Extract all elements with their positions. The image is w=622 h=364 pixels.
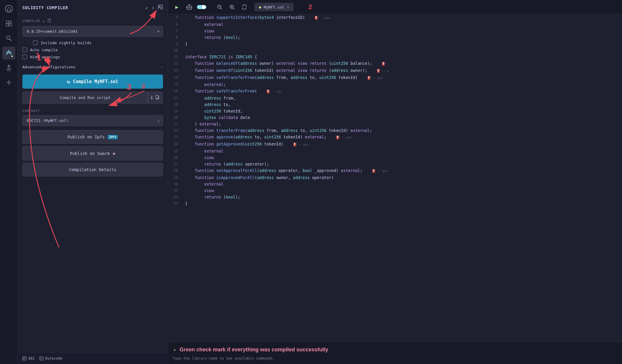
compilation-details-button[interactable]: Compilation Details	[22, 163, 163, 176]
robot-icon[interactable]	[185, 2, 194, 12]
code-editor[interactable]: 5 function supportsInterface(bytes4 inte…	[168, 14, 622, 342]
nightly-builds-label: Include nightly builds	[41, 41, 91, 45]
svg-text:01: 01	[40, 358, 42, 360]
compilation-details-label: Compilation Details	[69, 167, 116, 172]
code-line-19: 19 uint256 tokenId,	[168, 108, 622, 114]
svg-rect-2	[9, 21, 11, 23]
sidebar-footer: ABI 01 Bytecode	[18, 353, 168, 364]
sidebar-item-search[interactable]	[2, 32, 15, 45]
abi-button[interactable]: ABI	[22, 356, 35, 360]
advanced-config-chevron-icon: ›	[161, 64, 163, 69]
compiler-version-wrapper: 0.8.25+commit.b61c2a91 ▼	[22, 26, 163, 37]
code-line-22: 22 function transferFrom(address from, a…	[168, 127, 622, 134]
code-line-27: 27 returns (address operator);	[168, 161, 622, 167]
code-line-13: 13 function ownerOf(uint256 tokenId) ext…	[168, 67, 622, 74]
file-compiler-icon[interactable]	[47, 19, 52, 24]
code-line-12: 12 function balanceOf(address owner) ext…	[168, 60, 622, 67]
sidebar-item-files[interactable]	[2, 17, 15, 30]
hide-warnings-label: Hide warnings	[30, 55, 60, 59]
code-line-14: 14 function safeTransferFrom(address fro…	[168, 74, 622, 81]
code-line-9: 9 }	[168, 41, 622, 47]
chevron-down-icon: ›	[173, 346, 177, 353]
sidebar-item-compiler[interactable]	[2, 47, 15, 59]
close-tab-icon[interactable]: ✕	[287, 5, 289, 9]
tab-label: MyNFT.sol	[264, 5, 284, 9]
auto-compile-row: Auto compile	[22, 47, 163, 52]
add-compiler-icon[interactable]: +	[42, 19, 45, 24]
file-tab-mynft[interactable]: ◆ MyNFT.sol ✕	[254, 3, 294, 11]
publish-swarm-label: Publish on Swarm	[70, 151, 110, 156]
copy-script-icon[interactable]	[155, 95, 160, 101]
check-icon[interactable]: ✓	[145, 5, 148, 11]
svg-rect-12	[156, 95, 158, 98]
code-line-15: 15 external;	[168, 81, 622, 88]
code-line-20: 20 bytes calldata data	[168, 114, 622, 121]
code-line-31: 31 view	[168, 187, 622, 194]
code-line-11: 11 interface IERC721 is IERC165 {	[168, 54, 622, 60]
svg-point-23	[202, 5, 205, 9]
play-button[interactable]: ▶	[172, 2, 182, 12]
publish-swarm-button[interactable]: Publish on Swarm ❋	[22, 146, 163, 161]
forward-icon[interactable]: ›	[151, 4, 155, 11]
code-line-26: 26 view	[168, 154, 622, 161]
toggle-icon[interactable]	[197, 2, 206, 12]
svg-point-7	[8, 82, 10, 83]
top-toolbar: ▶	[168, 0, 622, 14]
sidebar-title: SOLIDITY COMPILER	[22, 5, 68, 10]
main-content: ▶	[168, 0, 622, 364]
compile-run-side: ℹ	[148, 92, 163, 104]
ipfs-badge: IPFS	[108, 135, 118, 139]
success-message: Green check mark if everything was compi…	[180, 347, 328, 353]
code-line-30: 30 external	[168, 181, 622, 187]
nightly-builds-row: Include nightly builds	[22, 40, 163, 45]
code-line-17: 17 address from,	[168, 95, 622, 101]
code-line-25: 25 external	[168, 148, 622, 154]
auto-compile-checkbox[interactable]	[22, 47, 27, 52]
hide-warnings-checkbox[interactable]	[22, 54, 27, 59]
contract-select[interactable]: ERC721 (MyNFT.sol)	[22, 115, 163, 126]
code-line-28: 28 function setApprovalForAll(address op…	[168, 167, 622, 174]
code-line-6: 6 external	[168, 21, 622, 28]
code-line-24: 24 function getApproved(uint256 tokenId)…	[168, 141, 622, 148]
svg-rect-1	[6, 21, 9, 23]
compiler-active-dot	[11, 55, 14, 58]
sidebar-header-icons: ✓ ›	[145, 4, 163, 11]
sidebar-item-home[interactable]	[2, 2, 15, 15]
icon-bar	[0, 0, 18, 364]
bytecode-button[interactable]: 01 Bytecode	[40, 356, 62, 360]
zoom-out-icon[interactable]	[215, 2, 224, 12]
publish-ipfs-button[interactable]: Publish on Ipfs IPFS	[22, 130, 163, 144]
compile-run-button[interactable]: Compile and Run script	[22, 92, 148, 104]
cmd-hint-text: Type the library name to see available c…	[173, 355, 617, 362]
code-line-18: 18 address to,	[168, 101, 622, 108]
swarm-icon: ❋	[113, 150, 116, 156]
nightly-builds-checkbox[interactable]	[33, 40, 38, 45]
compile-run-row: Compile and Run script ℹ	[22, 92, 163, 104]
advanced-config-row[interactable]: Advanced Configurations ›	[22, 62, 163, 72]
sidebar-item-deploy[interactable]	[2, 61, 15, 74]
zoom-in-icon[interactable]	[227, 2, 237, 12]
sidebar-content: COMPILER + 0.8.25+commit.b61c2a91 ▼	[18, 14, 168, 353]
svg-line-28	[233, 8, 234, 9]
compile-button-label: Compile MyNFT.sol	[73, 79, 119, 84]
sidebar: SOLIDITY COMPILER ✓ › COMPILER +	[18, 0, 168, 364]
expand-icon[interactable]	[158, 4, 163, 11]
code-line-7: 7 view	[168, 28, 622, 34]
compile-button[interactable]: ↻ Compile MyNFT.sol	[22, 75, 163, 89]
svg-point-21	[189, 4, 190, 5]
svg-point-19	[188, 7, 189, 8]
refresh-icon: ↻	[67, 79, 70, 85]
info-icon[interactable]: ℹ	[151, 95, 153, 100]
contract-section-label: CONTRACT	[22, 109, 163, 113]
success-banner: › Green check mark if everything was com…	[173, 344, 617, 355]
refresh-editor-icon[interactable]	[240, 2, 249, 12]
tab-bar: ◆ MyNFT.sol ✕	[254, 3, 294, 11]
compiler-section-label: COMPILER +	[22, 19, 163, 24]
compiler-version-select[interactable]: 0.8.25+commit.b61c2a91	[22, 26, 163, 37]
hide-warnings-row: Hide warnings	[22, 54, 163, 59]
code-line-16: 16 function safeTransferFrom( ⛽ – gas	[168, 88, 622, 95]
auto-compile-label: Auto compile	[30, 48, 58, 52]
code-line-5: 5 function supportsInterface(bytes4 inte…	[168, 14, 622, 21]
code-line-33: 33 }	[168, 200, 622, 207]
sidebar-item-plugins[interactable]	[2, 76, 15, 89]
